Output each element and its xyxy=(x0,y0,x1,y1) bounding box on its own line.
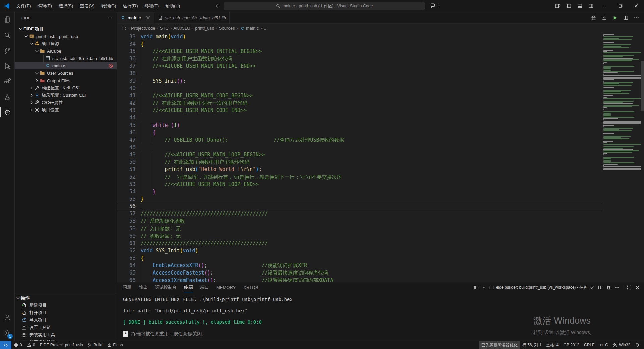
close-button[interactable] xyxy=(628,0,644,12)
activity-source-control[interactable] xyxy=(0,43,15,58)
code-line-41[interactable]: 41//<<AICUBE_USER_MAIN_CODE_BEGIN>> xyxy=(117,92,602,99)
code-line-40[interactable]: 40 xyxy=(117,85,602,92)
activity-explorer[interactable] xyxy=(0,12,15,28)
code-line-54[interactable]: 54} xyxy=(117,188,602,195)
menu-选择[interactable]: 选择(S) xyxy=(56,2,76,10)
action-新建项目[interactable]: 新建项目 xyxy=(15,302,117,309)
toggle-primary-sidebar-icon[interactable] xyxy=(566,3,572,9)
tab-main.c[interactable]: Cmain.c xyxy=(117,12,154,23)
action-导入项目[interactable]: 导入项目 xyxy=(15,316,117,324)
menu-终端[interactable]: 终端(T) xyxy=(141,2,162,10)
split-terminal-icon[interactable] xyxy=(598,285,603,290)
status-eide-project[interactable]: EIDE Project: printf_usb xyxy=(37,341,85,349)
activity-utility[interactable] xyxy=(0,89,15,105)
toggle-panel-icon[interactable] xyxy=(577,3,583,9)
editor-scrollbar[interactable] xyxy=(641,61,644,111)
tree-item--custom-cli[interactable]: 烧录配置 : Custom CLI xyxy=(15,92,117,99)
status-remote-indicator[interactable] xyxy=(0,341,11,349)
flash-download-icon[interactable] xyxy=(601,15,607,21)
activity-extensions[interactable] xyxy=(0,74,15,89)
tree-item-aicube[interactable]: AiCube xyxy=(15,47,117,55)
code-line-46[interactable]: 46{ xyxy=(117,129,602,136)
action-打开项目[interactable]: 打开项目 xyxy=(15,309,117,316)
menu-编辑[interactable]: 编辑(E) xyxy=(35,2,55,10)
tree-item-stc_usb_cdc_8h_xdata_bl51-lib[interactable]: stc_usb_cdc_8h_xdata_bl51.lib xyxy=(15,55,117,62)
tree-item-output-files[interactable]: Output Files xyxy=(15,77,117,84)
tree-item--[interactable]: 项目设置 xyxy=(15,106,117,114)
activity-eide[interactable] xyxy=(0,105,15,120)
status-indentation[interactable]: 空格: 4 xyxy=(544,341,561,349)
code-line-53[interactable]: 53//<<AICUBE_USER_MAIN_LOOP_END>> xyxy=(117,181,602,188)
code-line-66[interactable]: 66AccessIXramFastest(); //设置最快速度访问内部XDAT… xyxy=(117,277,602,282)
code-line-64[interactable]: 64EnableAccessXFR(); //使能访问扩展XFR xyxy=(117,262,602,269)
code-editor[interactable]: 33void main(void)34{35//<<AICUBE_USER_MA… xyxy=(117,32,644,282)
status-screen-reader-mode[interactable]: 已为屏幕阅读器优化 xyxy=(479,341,520,349)
breadcrumb-item-STC[interactable]: STC xyxy=(160,26,169,31)
code-line-38[interactable]: 38 xyxy=(117,70,602,77)
kill-terminal-icon[interactable] xyxy=(606,285,611,290)
breadcrumb-item-Ai8051U[interactable]: Ai8051U xyxy=(173,26,190,31)
split-editor-icon[interactable] xyxy=(623,15,629,21)
code-line-65[interactable]: 65AccessCodeFastest(); //设置最快速度访问程序代码 xyxy=(117,269,602,277)
tree-item-printf_usb-printf_usb[interactable]: printf_usb : printf_usb xyxy=(15,33,117,40)
code-line-33[interactable]: 33void main(void) xyxy=(117,33,602,40)
code-line-56[interactable]: 56 xyxy=(117,203,602,210)
customize-layout-icon[interactable] xyxy=(555,3,560,9)
restore-button[interactable] xyxy=(612,0,628,12)
action-安装实用工具[interactable]: 安装实用工具 xyxy=(15,331,117,339)
code-line-42[interactable]: 42// 在此添加主函数中运行一次的用户代码 xyxy=(117,99,602,107)
run-icon[interactable] xyxy=(612,15,618,21)
command-center-search[interactable]: main.c - printf_usb (工作区) - Visual Studi… xyxy=(224,2,425,10)
tree-item-user-sources[interactable]: User Sources xyxy=(15,69,117,77)
panel-tab-MEMORY[interactable]: MEMORY xyxy=(216,282,236,292)
breadcrumb-item-printf_usb[interactable]: printf_usb xyxy=(195,26,214,31)
code-line-50[interactable]: 50// 在此添加主函数中用户主循环代码 xyxy=(117,158,602,166)
action-设置工具链[interactable]: 设置工具链 xyxy=(15,324,117,331)
status-problems-warnings[interactable]: 0 xyxy=(24,341,38,349)
status-problems-errors[interactable]: 0 xyxy=(11,341,24,349)
breadcrumb-item-main.c[interactable]: Cmain.c xyxy=(240,26,259,31)
code-line-51[interactable]: 51printf_usb("Hello World !\r\n"); xyxy=(117,166,602,173)
copilot-button[interactable] xyxy=(430,3,440,8)
code-line-61[interactable]: 61//////////////////////////////////////… xyxy=(117,240,602,247)
code-line-34[interactable]: 34{ xyxy=(117,40,602,48)
status-encoding[interactable]: GB 2312 xyxy=(561,341,582,349)
close-panel-icon[interactable] xyxy=(635,285,640,290)
breadcrumb-item-…[interactable]: … xyxy=(263,26,268,31)
panel-tab-问题[interactable]: 问题 xyxy=(123,282,131,292)
menu-帮助[interactable]: 帮助(H) xyxy=(162,2,183,10)
menu-转到[interactable]: 转到(G) xyxy=(98,2,119,10)
code-line-49[interactable]: 49//<<AICUBE_USER_MAIN_LOOP_BEGIN>> xyxy=(117,151,602,158)
status-platform[interactable]: Win32 xyxy=(610,341,633,349)
code-line-60[interactable]: 60// 函数返回: 无 xyxy=(117,232,602,240)
code-line-35[interactable]: 35//<<AICUBE_USER_MAIN_INITIAL_BEGIN>> xyxy=(117,48,602,55)
status-build-button[interactable]: Build xyxy=(85,341,105,349)
menu-查看[interactable]: 查看(V) xyxy=(77,2,97,10)
activity-search[interactable] xyxy=(0,28,15,43)
minimap[interactable] xyxy=(602,32,644,282)
close-icon[interactable] xyxy=(145,15,151,20)
panel-tab-端口[interactable]: 端口 xyxy=(200,282,209,292)
tree-item-c-c-[interactable]: C/C++属性 xyxy=(15,99,117,106)
code-line-43[interactable]: 43//<<AICUBE_USER_MAIN_CODE_END>> xyxy=(117,107,602,114)
tree-item-main-c[interactable]: Cmain.c xyxy=(15,62,117,69)
status-flash-button[interactable]: Flash xyxy=(105,341,125,349)
code-line-55[interactable]: 55} xyxy=(117,195,602,203)
terminal-task-label[interactable]: eide.builder: build:printf_usb (vs_works… xyxy=(496,285,587,290)
status-cursor-position[interactable]: 行 56, 列 1 xyxy=(520,341,544,349)
code-line-57[interactable]: 57//////////////////////////////////////… xyxy=(117,210,602,217)
more-actions-icon[interactable] xyxy=(614,285,620,290)
chevron-down-icon[interactable] xyxy=(482,286,486,289)
breadcrumb-item-ProjectCode[interactable]: ProjectCode xyxy=(131,26,155,31)
code-line-45[interactable]: 45while (1) xyxy=(117,121,602,129)
toggle-secondary-sidebar-icon[interactable] xyxy=(588,3,594,9)
maximize-panel-icon[interactable] xyxy=(627,285,632,290)
breadcrumb-item-F:[interactable]: F: xyxy=(122,26,126,31)
code-line-52[interactable]: 52// \r是回车，并跳到行首，\n是换行，就是换到下一行；\r\n不要交换次… xyxy=(117,173,602,181)
minimize-button[interactable] xyxy=(597,0,612,12)
code-line-63[interactable]: 63{ xyxy=(117,254,602,262)
actions-header[interactable]: 操作 xyxy=(15,294,117,302)
code-line-48[interactable]: 48 xyxy=(117,144,602,151)
panel-tab-输出[interactable]: 输出 xyxy=(139,282,148,292)
panel-tab-调试控制台[interactable]: 调试控制台 xyxy=(155,282,177,292)
